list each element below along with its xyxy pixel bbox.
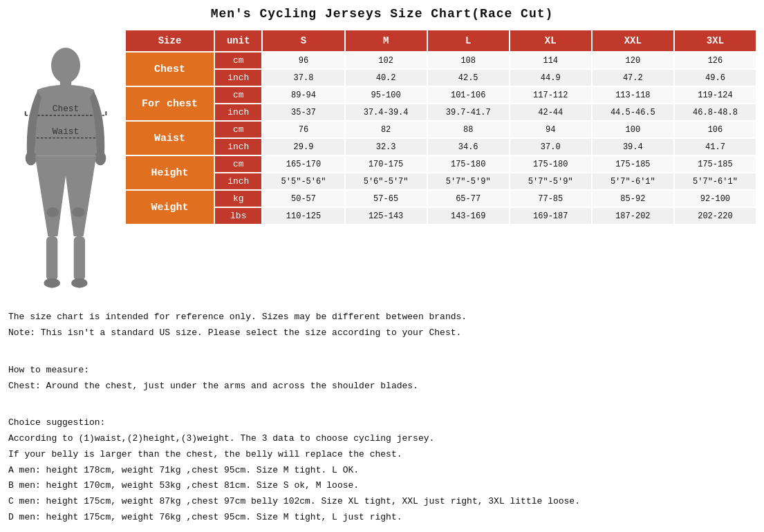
table-row: lbs110-125125-143143-169169-187187-20220… [125,207,756,225]
data-cell-m: 95-100 [345,86,427,104]
svg-text:Waist: Waist [53,126,80,137]
header-unit: unit [214,30,262,52]
unit-cell: cm [214,155,262,173]
data-cell-l: 143-169 [427,207,510,225]
data-cell-3xl: 41.7 [674,138,756,155]
unit-cell: cm [214,86,262,104]
data-cell-xxl: 5'7"-6'1" [592,173,674,190]
data-cell-l: 5'7"-5'9" [427,173,510,190]
table-row: inch5'5"-5'6"5'6"-5'7"5'7"-5'9"5'7"-5'9"… [125,173,756,190]
data-cell-xxl: 85-92 [592,190,674,207]
data-cell-s: 96 [262,52,344,69]
note-line4: Chest: Around the chest, just under the … [8,379,757,394]
table-row: Waistcm76828894100106 [125,121,756,138]
data-cell-m: 82 [345,121,427,138]
data-cell-xxl: 44.5-46.5 [592,104,674,121]
data-cell-xl: 117-112 [510,86,592,104]
unit-cell: cm [214,121,262,138]
data-cell-l: 101-106 [427,86,510,104]
data-cell-xl: 5'7"-5'9" [510,173,592,190]
data-cell-xxl: 100 [592,121,674,138]
data-cell-s: 76 [262,121,344,138]
data-cell-3xl: 119-124 [674,86,756,104]
category-label: Waist [125,121,214,155]
data-cell-3xl: 126 [674,52,756,69]
unit-cell: kg [214,190,262,207]
svg-text:Chest: Chest [53,104,80,114]
svg-point-17 [71,278,87,288]
svg-point-10 [26,151,37,165]
note-line2: Note: This isn't a standard US size. Ple… [8,326,757,341]
data-cell-m: 40.2 [345,69,427,86]
table-row: Weightkg50-5757-6565-7777-8585-9292-100 [125,190,756,207]
body-figure: Chest Waist [17,43,114,301]
table-row: Chestcm96102108114120126 [125,52,756,69]
data-cell-m: 32.3 [345,138,427,155]
data-cell-s: 50-57 [262,190,344,207]
header-l: L [427,30,510,52]
note-blank1 [8,342,757,357]
data-cell-l: 34.6 [427,138,510,155]
data-cell-xl: 175-180 [510,155,592,173]
svg-point-11 [95,151,106,165]
header-xl: XL [510,30,592,52]
header-size: Size [125,30,214,52]
category-label: Chest [125,52,214,86]
note-line8: A men: height 178cm, weight 71kg ,chest … [8,464,757,478]
table-row: inch35-3737.4-39.439.7-41.742-4444.5-46.… [125,104,756,121]
data-cell-xl: 37.0 [510,138,592,155]
note-line7: If your belly is larger than the chest, … [8,448,757,462]
data-cell-xxl: 187-202 [592,207,674,225]
header-m: M [345,30,427,52]
data-cell-s: 165-170 [262,155,344,173]
data-cell-m: 170-175 [345,155,427,173]
svg-rect-14 [46,236,57,281]
data-cell-xxl: 175-185 [592,155,674,173]
figure-area: Chest Waist [7,29,124,301]
data-cell-l: 39.7-41.7 [427,104,510,121]
table-row: For chestcm89-9495-100101-106117-112113-… [125,86,756,104]
unit-cell: inch [214,173,262,190]
data-cell-s: 89-94 [262,86,344,104]
data-cell-xl: 77-85 [510,190,592,207]
category-label: Weight [125,190,214,225]
data-cell-l: 65-77 [427,190,510,207]
size-chart-table: Size unit S M L XL XXL 3XL Chestcm961021… [124,29,757,225]
table-row: inch37.840.242.544.947.249.6 [125,69,756,86]
table-area: Size unit S M L XL XXL 3XL Chestcm961021… [124,29,757,225]
data-cell-s: 37.8 [262,69,344,86]
data-cell-3xl: 106 [674,121,756,138]
note-line5: Choice suggestion: [8,416,757,430]
data-cell-xxl: 120 [592,52,674,69]
data-cell-l: 88 [427,121,510,138]
header-s: S [262,30,344,52]
svg-point-13 [72,207,85,217]
table-header-row: Size unit S M L XL XXL 3XL [125,30,756,52]
data-cell-xxl: 39.4 [592,138,674,155]
data-cell-m: 37.4-39.4 [345,104,427,121]
data-cell-3xl: 46.8-48.8 [674,104,756,121]
data-cell-xxl: 113-118 [592,86,674,104]
table-row: inch29.932.334.637.039.441.7 [125,138,756,155]
note-line11: D men: height 175cm, weight 76kg ,chest … [8,511,757,525]
data-cell-xl: 42-44 [510,104,592,121]
data-cell-xxl: 47.2 [592,69,674,86]
category-label: For chest [125,86,214,121]
unit-cell: inch [214,138,262,155]
note-blank2 [8,395,757,409]
category-label: Height [125,155,214,190]
header-xxl: XXL [592,30,674,52]
data-cell-m: 5'6"-5'7" [345,173,427,190]
data-cell-s: 5'5"-5'6" [262,173,344,190]
svg-rect-15 [74,236,85,281]
data-cell-xl: 169-187 [510,207,592,225]
unit-cell: cm [214,52,262,69]
data-cell-xl: 114 [510,52,592,69]
note-line6: According to (1)waist,(2)height,(3)weigh… [8,432,757,446]
data-cell-3xl: 49.6 [674,69,756,86]
data-cell-l: 42.5 [427,69,510,86]
data-cell-s: 110-125 [262,207,344,225]
svg-point-16 [44,278,60,288]
page-title: Men's Cycling Jerseys Size Chart(Race Cu… [7,7,757,21]
unit-cell: inch [214,69,262,86]
